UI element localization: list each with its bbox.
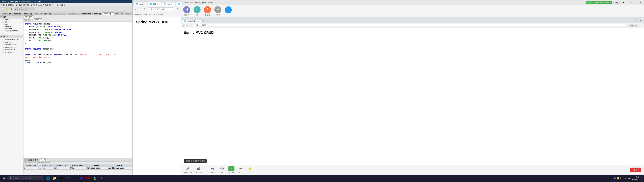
- zoom-chrome-address-bar[interactable]: 192.168.10.96: [194, 24, 627, 27]
- sidebar-item-custom[interactable]: 📊 사용자정의 보고서: [0, 51, 23, 54]
- taskbar-app-vs[interactable]: VS: [78, 175, 84, 181]
- zoom-chat-btn[interactable]: 💬 채팅: [219, 166, 226, 173]
- chrome-back-btn[interactable]: ←: [134, 7, 138, 11]
- bookmark-maps[interactable]: 지도: [148, 13, 152, 16]
- zoom-share-btn[interactable]: ↑ 화면 공유: [228, 166, 235, 173]
- sidebar-item-abc[interactable]: 📁 abc: [0, 21, 23, 23]
- zoom-chrome-maximize[interactable]: □: [634, 19, 638, 22]
- tb-save[interactable]: 💾: [9, 7, 12, 11]
- bookmark-dev[interactable]: 꼬마개발자: [154, 13, 163, 16]
- zoom-end-meeting-btn[interactable]: 나가기: [630, 167, 641, 172]
- taskbar-app-outlook[interactable]: ✉: [58, 175, 64, 181]
- menu-file[interactable]: 파일(F): [1, 4, 7, 6]
- taskbar-app-zoom[interactable]: Z: [98, 175, 105, 181]
- tab-webserver[interactable]: webserver.sql: [80, 13, 92, 15]
- sidebar-item-oracledb[interactable]: 📊 Oracle DB 보고서: [0, 46, 23, 49]
- menu-tools[interactable]: 도구(T): [49, 4, 55, 6]
- tab-admin[interactable]: admin.sql: [13, 13, 22, 15]
- zoom-chrome-tab-main[interactable]: 🌐 Insert title here ✕: [182, 20, 201, 23]
- zoom-chrome-new-tab[interactable]: +: [202, 19, 206, 23]
- results-tab-script[interactable]: ▶ 스크립트 출력: [24, 158, 39, 161]
- menu-source[interactable]: 소스: [38, 4, 42, 6]
- wifi-icon[interactable]: 📶: [617, 177, 619, 179]
- chrome-refresh-btn[interactable]: ↻: [143, 7, 147, 11]
- taskbar-app-excel[interactable]: X: [65, 175, 71, 181]
- zoom-minimize[interactable]: ─: [629, 1, 633, 4]
- editor-tab-sql[interactable]: spring.sql: [24, 16, 34, 18]
- menu-view[interactable]: 보기(V): [16, 4, 22, 6]
- chrome-tab-close-3[interactable]: ✕: [171, 3, 172, 5]
- menu-help[interactable]: 도움말(H): [57, 4, 65, 6]
- taskbar-app-notepad[interactable]: 🗒: [72, 175, 78, 181]
- tb-open[interactable]: 📂: [5, 7, 8, 11]
- tab-admin-mon[interactable]: administrmon.sql: [52, 13, 66, 15]
- menu-edit[interactable]: 편집(E): [8, 4, 14, 6]
- tab-medi[interactable]: mediodoctor.sql: [66, 13, 80, 15]
- participant-bugawon[interactable]: 부 부가원: [214, 6, 221, 16]
- zoom-reaction-btn[interactable]: ✋ 반응: [247, 166, 254, 173]
- sql-editor[interactable]: CREATE TABLE MEMBER_TBL( MEMBER_NO NUMBE…: [24, 22, 132, 158]
- participant-iyunsu[interactable]: 이 이윤수: [194, 6, 200, 16]
- zoom-chrome-back[interactable]: ←: [182, 24, 186, 27]
- sidebar-item-timesten[interactable]: 📊 Times Ten 보고서: [0, 44, 23, 46]
- taskbar-clock[interactable]: 오전 9:40 2022-09-30: [632, 176, 640, 180]
- sidebar-item-admin[interactable]: 📁 admin: [0, 19, 23, 21]
- tab-topgol[interactable]: TOPGOL.sql: [1, 13, 12, 15]
- zoom-participants-btn[interactable]: 👥 참가자: [209, 166, 216, 173]
- menu-run[interactable]: 실행(R): [31, 4, 37, 6]
- taskbar-app-oracle[interactable]: ORA: [85, 175, 91, 181]
- language-icon[interactable]: A: [620, 177, 621, 179]
- minimize-btn[interactable]: ─: [118, 0, 122, 3]
- tab-admin1[interactable]: admin1.sql: [23, 13, 33, 15]
- zoom-chrome-forward[interactable]: →: [186, 24, 190, 27]
- tab-admin2[interactable]: admin.sql: [93, 13, 102, 15]
- participant-isujin[interactable]: 이 이수진: [183, 6, 190, 16]
- sidebar-item-datamodeler[interactable]: 📊 Data Modeler 보고서: [0, 39, 23, 41]
- participant-self[interactable]: [225, 6, 232, 16]
- zoom-chrome-close[interactable]: ✕: [638, 19, 643, 22]
- chrome-forward-btn[interactable]: →: [138, 7, 142, 11]
- sidebar-item-nexdoctor[interactable]: 📁 nexdoctor: [0, 27, 23, 30]
- chrome-tab-close-2[interactable]: ✕: [157, 3, 159, 5]
- zoom-audio-btn[interactable]: 🎤 오디오 연결: [184, 166, 192, 173]
- sidebar-item-cloud[interactable]: 📊 클라우드 보고서: [0, 49, 23, 51]
- sound-icon[interactable]: 🔊: [614, 177, 616, 179]
- zoom-close[interactable]: ✕: [638, 1, 643, 4]
- menu-team[interactable]: 팀(M): [43, 4, 48, 6]
- sidebar-item-rdb[interactable]: 📁 rdb-server: [0, 25, 23, 27]
- chrome-tab-in-x[interactable]: 🌐 In·X ✕: [162, 3, 176, 6]
- chrome-tab-name[interactable]: 🌐 이름 ✕: [148, 2, 161, 6]
- zoom-chrome-tab-close[interactable]: ✕: [198, 21, 200, 22]
- bookmark-youtube[interactable]: YouTube: [140, 14, 147, 16]
- connection-selector[interactable]: admin: [34, 19, 42, 21]
- zoom-maximize[interactable]: □: [634, 1, 638, 4]
- zoom-mode-btn[interactable]: 시작된 모드: [628, 24, 638, 27]
- tb-run-script[interactable]: ▷: [18, 7, 22, 11]
- sidebar-item-ebc[interactable]: 📁 ebc: [0, 23, 23, 25]
- sidebar-item-blank[interactable]: 📁: [0, 32, 23, 34]
- zoom-notification-badge[interactable]: 이윤수의 화면을 보고 있습니다: [586, 1, 612, 4]
- taskbar-app-sts[interactable]: 🍃: [92, 175, 98, 181]
- taskbar-search-box[interactable]: 🔍 검색하려면 여기에 입력하시오: [8, 176, 44, 180]
- sidebar-item-admin-all[interactable]: 📁 전국관리권한이있는: [0, 30, 23, 32]
- tb-commit[interactable]: ✓: [27, 7, 31, 11]
- chrome-extensions-btn[interactable]: ⋮: [176, 7, 180, 11]
- bookmark-star-1[interactable]: ☆: [171, 8, 173, 10]
- zoom-view-btn[interactable]: 전선 보기 ▼: [613, 1, 626, 4]
- tb-new[interactable]: 📄: [1, 7, 4, 11]
- sidebar-section-reports[interactable]: ▼ 보고서: [0, 35, 23, 38]
- zoom-chrome-minimize[interactable]: ─: [629, 19, 634, 22]
- zoom-video-btn[interactable]: 📹 비디오 시작: [194, 166, 202, 173]
- participant-yuhiok[interactable]: 유 유희옥: [204, 6, 211, 16]
- tab-spring[interactable]: spring: [124, 13, 132, 15]
- tab-layout[interactable]: 창 레이아웃: [114, 12, 124, 15]
- tab-jdbc[interactable]: JDBC.sql: [34, 13, 43, 15]
- zoom-more-btn[interactable]: ••• 더보기: [238, 166, 244, 173]
- tb-rollback[interactable]: ↩: [31, 7, 35, 11]
- close-btn[interactable]: ✕: [127, 0, 131, 3]
- maximize-btn[interactable]: □: [122, 0, 127, 3]
- zoom-chrome-menu[interactable]: ⋮: [639, 23, 643, 27]
- zoom-chrome-refresh[interactable]: ↻: [190, 24, 193, 27]
- sidebar-section-connections[interactable]: ▼ 접속: [0, 16, 23, 19]
- sidebar-item-olap[interactable]: 📊 OLAP 보고서: [0, 41, 23, 44]
